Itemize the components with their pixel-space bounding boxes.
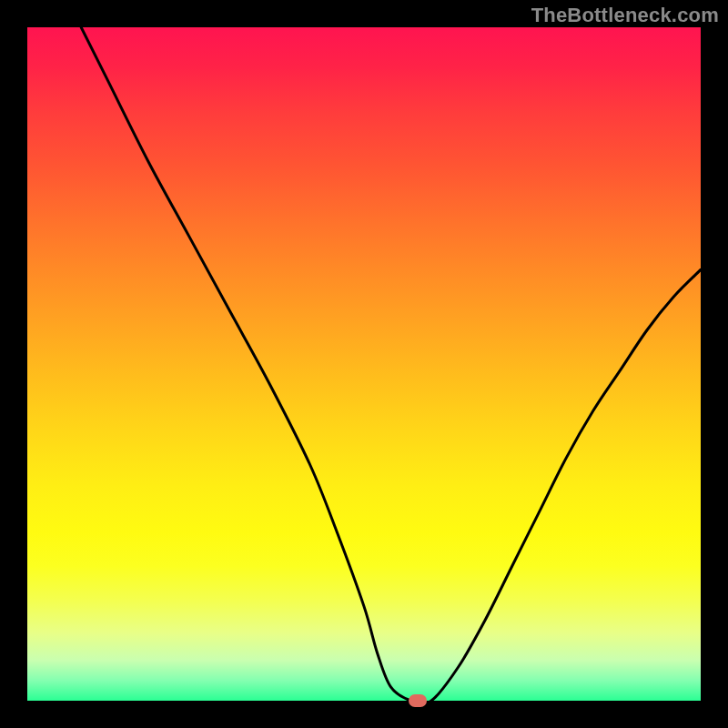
bottleneck-curve <box>27 27 701 701</box>
optimum-marker <box>409 694 427 707</box>
watermark-label: TheBottleneck.com <box>531 4 719 27</box>
chart-frame: TheBottleneck.com <box>0 0 728 728</box>
plot-area <box>27 27 701 701</box>
